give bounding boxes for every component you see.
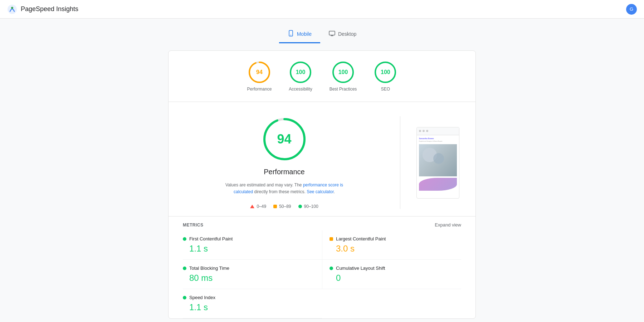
seo-score-label: SEO [381,87,390,92]
legend-warn: 50–89 [273,204,291,209]
warn-range: 50–89 [279,204,291,209]
legend-pass: 90–100 [298,204,318,209]
svg-rect-4 [329,31,335,35]
seo-score-value: 100 [381,69,390,75]
metric-tbt-value: 80 ms [183,273,315,283]
pass-icon [298,205,302,208]
thumb-dot-2 [423,130,425,132]
accessibility-circle: 100 [289,61,312,84]
performance-title: Performance [264,168,305,176]
performance-score-label: Performance [247,87,272,92]
cls-indicator [330,267,333,270]
metric-cls-value: 0 [330,273,461,283]
app-title: PageSpeed Insights [21,5,78,13]
metric-fcp-value: 1.1 s [183,244,315,254]
desc-part2: directly from these metrics. [254,189,305,194]
lcp-indicator [330,237,333,241]
fcp-indicator [183,237,186,241]
tab-desktop[interactable]: Desktop [320,26,365,43]
tab-mobile-label: Mobile [297,31,312,37]
metrics-header: METRICS Expand view [169,216,475,230]
metric-lcp-name: Largest Contentful Paint [330,236,461,241]
pagespeed-logo-icon [7,4,17,14]
score-best-practices[interactable]: 100 Best Practices [330,61,357,92]
main-content: Mobile Desktop [161,19,483,322]
thumb-dot-3 [426,130,428,132]
expand-view-button[interactable]: Expand view [435,222,461,228]
desktop-icon [329,30,335,38]
performance-description: Values are estimated and may vary. The p… [220,182,349,195]
si-indicator [183,296,186,299]
pass-range: 90–100 [304,204,318,209]
scores-row: 94 Performance 100 Accessibility [169,51,475,102]
legend-fail: 0–49 [250,204,266,209]
fail-icon [250,205,254,208]
calculator-link[interactable]: See calculator [307,189,333,194]
performance-section: 94 Performance Values are estimated and … [169,102,475,216]
metric-cls-name: Cumulative Layout Shift [330,265,461,271]
thumb-dot-1 [419,130,421,132]
accessibility-score-label: Accessibility [289,87,312,92]
results-card: 94 Performance 100 Accessibility [168,50,476,319]
best-practices-score-value: 100 [338,69,348,75]
metric-tbt-name: Total Blocking Time [183,265,315,271]
section-divider [400,116,400,209]
metric-cls: Cumulative Layout Shift 0 [322,260,461,289]
metric-tbt: Total Blocking Time 80 ms [183,260,322,289]
best-practices-score-label: Best Practices [330,87,357,92]
accessibility-score-value: 100 [296,69,306,75]
header: PageSpeed Insights G [0,0,644,19]
desc-part1: Values are estimated and may vary. The [225,182,302,187]
header-right: G [626,4,637,15]
large-performance-circle: 94 [262,116,307,162]
thumbnail-site-sub: Experience Designer & Brand Expert [419,140,457,142]
performance-circle: 94 [248,61,271,84]
large-performance-score: 94 [277,132,291,147]
thumbnail-header [417,127,459,135]
svg-point-3 [291,35,291,35]
metric-lcp-value: 3.0 s [330,244,461,254]
thumbnail-image [419,144,457,176]
metric-lcp: Largest Contentful Paint 3.0 s [322,230,461,260]
svg-point-1 [11,7,13,9]
metric-fcp: First Contentful Paint 1.1 s [183,230,322,260]
website-thumbnail: Samantha Bowen Experience Designer & Bra… [416,127,459,199]
metric-fcp-name: First Contentful Paint [183,236,315,241]
score-legend: 0–49 50–89 90–100 [250,204,318,209]
mobile-icon [288,30,294,38]
metric-si-value: 1.1 s [183,302,315,312]
performance-score-value: 94 [256,69,263,75]
score-performance[interactable]: 94 Performance [247,61,272,92]
thumbnail-blob [419,178,457,191]
tab-mobile[interactable]: Mobile [279,26,320,43]
tabs-container: Mobile Desktop [168,26,476,43]
score-seo[interactable]: 100 SEO [374,61,397,92]
thumbnail-site-name: Samantha Bowen [419,137,457,140]
warn-icon [273,205,277,208]
thumbnail-body: Samantha Bowen Experience Designer & Bra… [417,135,459,193]
thumb-circle-2 [433,153,444,164]
metrics-grid: First Contentful Paint 1.1 s Largest Con… [169,230,475,318]
app-logo: PageSpeed Insights [7,4,78,14]
metrics-label: METRICS [183,223,204,228]
performance-right: Samantha Bowen Experience Designer & Bra… [415,116,461,209]
metric-si-name: Speed Index [183,295,315,300]
fail-range: 0–49 [257,204,266,209]
tbt-indicator [183,267,186,270]
tab-desktop-label: Desktop [338,31,356,37]
performance-left: 94 Performance Values are estimated and … [183,116,386,209]
avatar[interactable]: G [626,4,637,15]
metric-si: Speed Index 1.1 s [183,289,322,318]
best-practices-circle: 100 [332,61,355,84]
seo-circle: 100 [374,61,397,84]
score-accessibility[interactable]: 100 Accessibility [289,61,312,92]
